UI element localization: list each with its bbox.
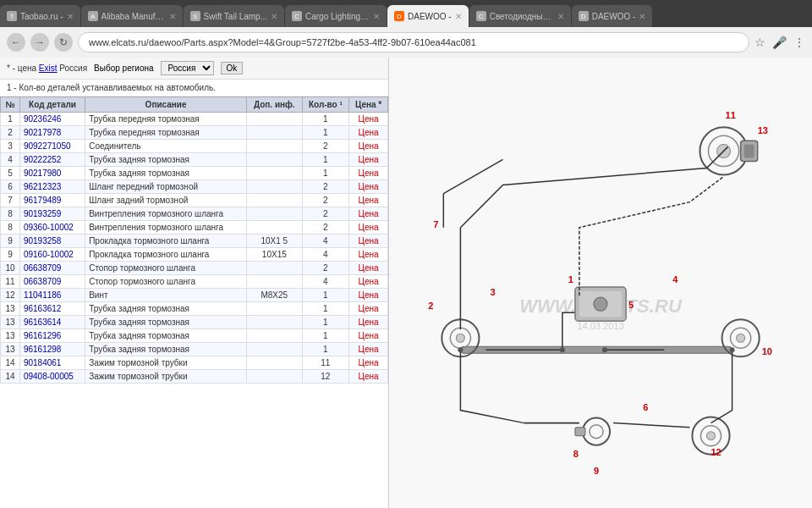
row-num: 1 xyxy=(1,113,20,126)
row-info xyxy=(247,262,303,275)
browser-tab-tab2[interactable]: A Alibaba Manufa... ✕ xyxy=(81,5,183,27)
tab-bar: T Taobao.ru - ✕ A Alibaba Manufa... ✕ S … xyxy=(0,0,812,27)
row-desc: Трубка передняя тормозная xyxy=(85,126,247,140)
back-button[interactable]: ← xyxy=(7,33,25,52)
svg-point-37 xyxy=(706,432,715,440)
row-code[interactable]: 90193259 xyxy=(19,207,85,221)
row-qty: 4 xyxy=(302,275,349,289)
row-code[interactable]: 90217980 xyxy=(19,167,85,180)
row-price[interactable]: Цена xyxy=(349,180,388,194)
row-code[interactable]: 09408-00005 xyxy=(19,370,85,384)
row-price[interactable]: Цена xyxy=(349,194,388,207)
row-price[interactable]: Цена xyxy=(349,126,388,140)
row-price[interactable]: Цена xyxy=(349,302,388,316)
col-num: № xyxy=(1,97,20,113)
svg-text:7: 7 xyxy=(433,219,438,229)
row-num: 10 xyxy=(1,262,20,275)
svg-text:11: 11 xyxy=(726,110,736,120)
row-code[interactable]: 96161296 xyxy=(19,329,85,343)
row-code[interactable]: 96163614 xyxy=(19,316,85,329)
tab-close-tab6[interactable]: ✕ xyxy=(557,12,564,21)
row-info xyxy=(247,126,303,140)
row-price[interactable]: Цена xyxy=(349,275,388,289)
row-num: 12 xyxy=(1,289,20,302)
forward-button[interactable]: → xyxy=(30,33,49,52)
row-price[interactable]: Цена xyxy=(349,167,388,180)
kol-note: 1 - Кол-во деталей устанавливаемых на ав… xyxy=(0,80,388,97)
browser-tab-tab4[interactable]: C Cargo Lighting 3... ✕ xyxy=(285,5,387,27)
tab-favicon-tab1: T xyxy=(7,11,17,21)
row-price[interactable]: Цена xyxy=(349,370,388,384)
row-price[interactable]: Цена xyxy=(349,153,388,167)
table-row: 12 11041186 Винт M8X25 1 Цена xyxy=(1,289,388,302)
row-code[interactable]: 90193258 xyxy=(19,235,85,248)
address-icons: ☆ 🎤 ⋮ xyxy=(754,36,805,49)
row-qty: 1 xyxy=(302,113,349,126)
browser-tab-tab1[interactable]: T Taobao.ru - ✕ xyxy=(0,5,80,27)
url-input[interactable] xyxy=(78,32,749,52)
row-qty: 2 xyxy=(302,207,349,221)
browser-tab-tab3[interactable]: S Swift Tail Lamp... ✕ xyxy=(184,5,284,27)
tab-close-tab3[interactable]: ✕ xyxy=(271,12,277,21)
row-price[interactable]: Цена xyxy=(349,262,388,275)
row-desc: Трубка задняя тормозная xyxy=(85,343,247,356)
tab-close-tab5[interactable]: ✕ xyxy=(455,12,462,21)
row-price[interactable]: Цена xyxy=(349,356,388,370)
row-qty: 1 xyxy=(302,289,349,302)
row-num: 9 xyxy=(1,235,20,248)
tab-label-tab3: Swift Tail Lamp... xyxy=(204,12,267,21)
row-qty: 4 xyxy=(302,248,349,262)
row-price[interactable]: Цена xyxy=(349,140,388,153)
row-price[interactable]: Цена xyxy=(349,248,388,262)
row-price[interactable]: Цена xyxy=(349,316,388,329)
row-code[interactable]: 90236246 xyxy=(19,113,85,126)
row-price[interactable]: Цена xyxy=(349,289,388,302)
row-desc: Винтрепления тормозного шланга xyxy=(85,221,247,235)
row-code[interactable]: 90184061 xyxy=(19,356,85,370)
row-num: 13 xyxy=(1,302,20,316)
refresh-button[interactable]: ↻ xyxy=(54,33,73,52)
row-num: 13 xyxy=(1,329,20,343)
row-code[interactable]: 9092271050 xyxy=(19,140,85,153)
svg-rect-32 xyxy=(575,428,585,436)
region-select[interactable]: Россия xyxy=(161,61,214,75)
exist-link[interactable]: Exist xyxy=(39,64,58,73)
browser-tab-tab7[interactable]: D DAEWOO - ✕ xyxy=(572,5,653,27)
star-icon[interactable]: ☆ xyxy=(754,36,765,49)
row-desc: Шланг передний тормозной xyxy=(85,180,247,194)
row-info xyxy=(247,207,303,221)
row-code[interactable]: 11041186 xyxy=(19,289,85,302)
row-qty: 4 xyxy=(302,235,349,248)
row-code[interactable]: 96161298 xyxy=(19,343,85,356)
browser-tab-tab6[interactable]: С Светодиодные ... ✕ xyxy=(469,5,571,27)
browser-tab-tab5[interactable]: D DAEWOO - ✕ xyxy=(387,5,469,27)
row-code[interactable]: 96212323 xyxy=(19,180,85,194)
table-row: 10 06638709 Стопор тормозного шланга 2 Ц… xyxy=(1,262,388,275)
ok-button[interactable]: Ok xyxy=(221,62,244,75)
row-price[interactable]: Цена xyxy=(349,343,388,356)
row-code[interactable]: 90222252 xyxy=(19,153,85,167)
tab-close-tab7[interactable]: ✕ xyxy=(639,12,645,21)
tab-close-tab4[interactable]: ✕ xyxy=(373,12,380,21)
row-num: 14 xyxy=(1,370,20,384)
row-price[interactable]: Цена xyxy=(349,221,388,235)
row-desc: Трубка передняя тормозная xyxy=(85,113,247,126)
row-price[interactable]: Цена xyxy=(349,235,388,248)
tab-close-tab2[interactable]: ✕ xyxy=(169,12,176,21)
row-code[interactable]: 09160-10002 xyxy=(19,248,85,262)
mic-icon[interactable]: 🎤 xyxy=(772,36,787,49)
row-num: 2 xyxy=(1,126,20,140)
menu-icon[interactable]: ⋮ xyxy=(793,36,805,49)
row-code[interactable]: 06638709 xyxy=(19,262,85,275)
row-code[interactable]: 90217978 xyxy=(19,126,85,140)
col-price: Цена * xyxy=(349,97,388,113)
row-code[interactable]: 96163612 xyxy=(19,302,85,316)
row-price[interactable]: Цена xyxy=(349,207,388,221)
row-price[interactable]: Цена xyxy=(349,113,388,126)
row-price[interactable]: Цена xyxy=(349,329,388,343)
row-code[interactable]: 96179489 xyxy=(19,194,85,207)
row-code[interactable]: 09360-10002 xyxy=(19,221,85,235)
row-code[interactable]: 06638709 xyxy=(19,275,85,289)
tab-close-tab1[interactable]: ✕ xyxy=(67,12,74,21)
row-desc: Винт xyxy=(85,289,247,302)
